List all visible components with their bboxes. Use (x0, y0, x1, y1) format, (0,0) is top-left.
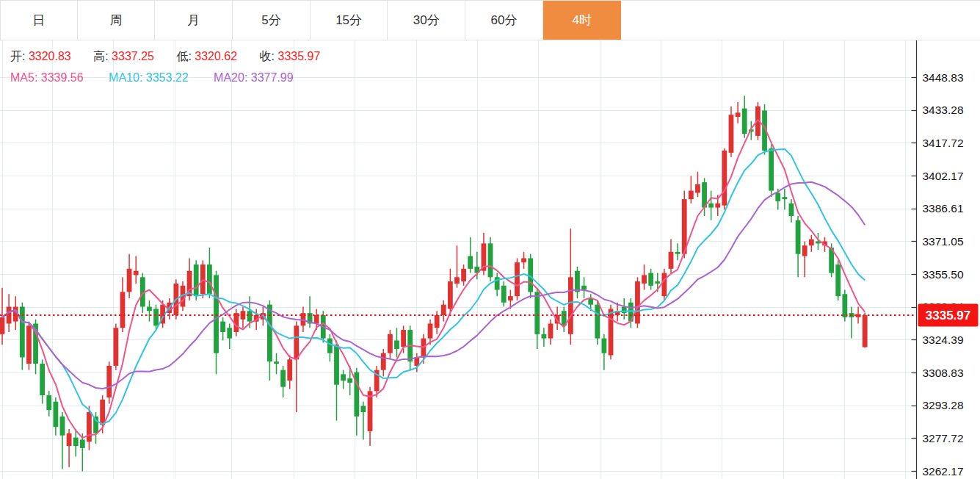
candle-body (280, 370, 286, 387)
candle-body (113, 328, 118, 366)
candle-body (100, 400, 105, 425)
candle-body (20, 307, 25, 358)
candle-body (581, 286, 587, 290)
candle-body (220, 322, 225, 332)
y-axis-label: 3371.05 (923, 235, 964, 248)
y-axis-label: 3308.83 (923, 367, 964, 379)
candle-body (575, 271, 580, 292)
tab-15分[interactable]: 15分 (311, 1, 388, 40)
candle-body (769, 148, 774, 190)
candle-body (809, 240, 814, 246)
candle-body (722, 151, 727, 206)
y-axis-label: 3277.72 (923, 432, 964, 444)
candle-body (454, 277, 460, 284)
candle-body (842, 294, 847, 317)
candle-body (708, 204, 714, 208)
candle-body (67, 433, 72, 446)
candle-body (534, 292, 540, 334)
candle-body (194, 264, 199, 296)
timeframe-tabbar: 日周月5分15分30分60分4时 (0, 0, 980, 40)
y-axis-label: 3386.61 (923, 202, 964, 215)
candle-body (200, 264, 206, 294)
candle-body (46, 395, 51, 410)
candle-body (796, 220, 801, 254)
candle-body (227, 328, 232, 338)
candle-body (863, 315, 868, 347)
candle-body (648, 273, 653, 286)
tab-5分[interactable]: 5分 (233, 1, 311, 40)
candle-body (661, 273, 667, 297)
candle-body (401, 330, 406, 347)
candlestick-chart[interactable]: 3448.833433.283417.723402.173386.613371.… (0, 40, 980, 479)
tab-日[interactable]: 日 (0, 1, 78, 40)
candle-body (602, 339, 607, 353)
candle-body (60, 417, 65, 436)
candle-body (548, 323, 553, 338)
candle-body (435, 315, 440, 328)
candle-body (40, 364, 45, 395)
candle-body (468, 256, 473, 269)
tab-30分[interactable]: 30分 (388, 1, 465, 40)
tab-4时[interactable]: 4时 (543, 1, 621, 40)
candle-body (294, 325, 299, 359)
current-price-tag-value: 3335.97 (926, 309, 970, 323)
candle-body (515, 262, 520, 296)
candle-body (267, 305, 272, 362)
candle-body (327, 339, 333, 353)
candle-body (247, 311, 253, 321)
tab-月[interactable]: 月 (155, 1, 233, 40)
candle-body (0, 317, 4, 334)
tab-60分[interactable]: 60分 (465, 1, 543, 40)
candle-body (461, 269, 466, 281)
candle-body (675, 252, 680, 254)
tab-周[interactable]: 周 (78, 1, 156, 40)
candle-body (106, 366, 112, 397)
candle-body (207, 264, 212, 294)
candle-body (73, 438, 79, 446)
candle-body (775, 192, 780, 201)
candle-body (521, 258, 526, 262)
candle-body (635, 281, 640, 323)
y-axis-label: 3402.17 (923, 170, 964, 182)
candle-body (394, 340, 399, 348)
candle-body (736, 112, 741, 117)
candle-body (87, 412, 92, 442)
candle-body (127, 269, 132, 292)
chart-canvas[interactable]: 3448.833433.283417.723402.173386.613371.… (0, 40, 980, 479)
candle-body (287, 359, 292, 381)
candle-body (274, 361, 279, 364)
candle-body (147, 307, 152, 311)
candle-body (488, 243, 493, 277)
candle-body (120, 292, 126, 328)
candle-body (441, 305, 446, 315)
y-axis-label: 3433.28 (923, 104, 964, 116)
candle-body (835, 264, 841, 296)
candle-body (53, 402, 58, 427)
candle-body (789, 204, 794, 216)
candle-body (595, 305, 600, 339)
candle-body (361, 406, 366, 412)
y-axis-label: 3262.17 (923, 465, 964, 478)
candle-body (448, 281, 453, 309)
candle-body (642, 275, 647, 283)
y-axis-label: 3448.83 (923, 71, 964, 84)
candle-body (80, 439, 85, 447)
candle-body (214, 275, 219, 353)
candle-body (695, 184, 700, 192)
candle-body (689, 191, 694, 199)
candle-body (782, 197, 787, 199)
candle-body (334, 345, 339, 385)
y-axis-label: 3293.28 (923, 399, 964, 411)
y-axis-label: 3417.72 (923, 137, 964, 149)
candle-body (655, 281, 660, 284)
candle-body (501, 286, 507, 303)
candle-body (341, 374, 346, 381)
y-axis-label: 3355.50 (923, 268, 964, 281)
candle-body (314, 315, 319, 323)
candle-body (26, 325, 32, 364)
candle-body (381, 353, 386, 370)
y-axis-label: 3324.39 (923, 334, 964, 346)
candle-body (729, 115, 734, 153)
candle-body (347, 378, 352, 383)
candle-body (134, 271, 139, 275)
